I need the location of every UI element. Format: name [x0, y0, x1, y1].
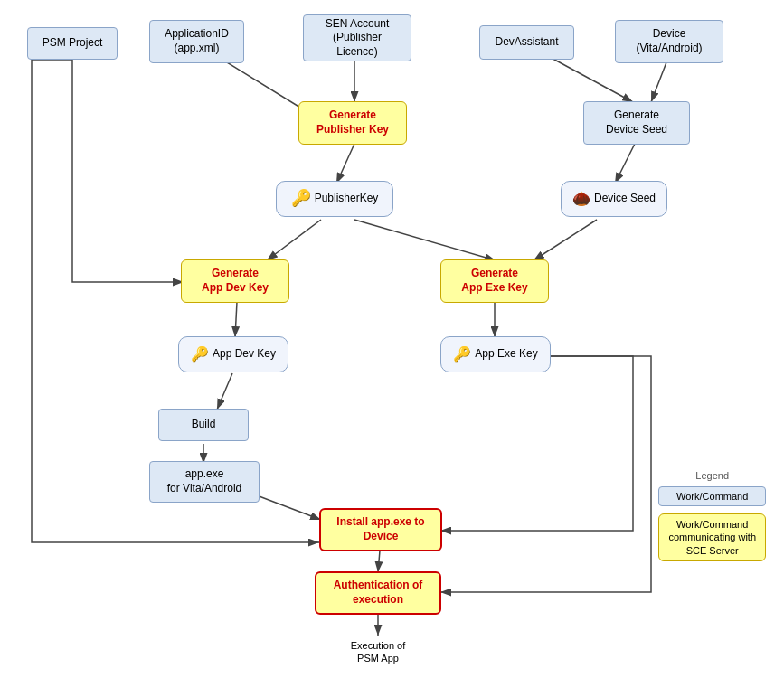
dev-assistant-node: DevAssistant — [479, 25, 574, 60]
dev-assistant-label: DevAssistant — [495, 35, 558, 50]
publisher-key-node: 🔑 PublisherKey — [276, 181, 393, 217]
device-seed-node: 🌰 Device Seed — [561, 181, 667, 217]
gen-publisher-key-label: GeneratePublisher Key — [316, 108, 389, 137]
app-xml-node: ApplicationID(app.xml) — [149, 20, 244, 63]
psm-project-node: PSM Project — [27, 27, 118, 60]
build-label: Build — [192, 418, 216, 432]
install-node: Install app.exe toDevice — [319, 508, 442, 551]
svg-line-6 — [615, 144, 635, 184]
device-label: Device(Vita/Android) — [636, 27, 702, 55]
app-xml-label: ApplicationID(app.xml) — [165, 27, 229, 55]
svg-line-15 — [378, 551, 380, 572]
app-dev-key-node: 🔑 App Dev Key — [178, 336, 288, 372]
publisher-key-label: PublisherKey — [315, 192, 379, 206]
svg-line-8 — [354, 220, 496, 260]
gen-device-seed-node: GenerateDevice Seed — [583, 101, 690, 145]
svg-line-10 — [235, 302, 237, 337]
seed-icon: 🌰 — [572, 190, 590, 209]
app-exe-label: app.exefor Vita/Android — [167, 467, 242, 495]
auth-node: Authentication ofexecution — [315, 571, 441, 615]
app-exe-key-label: App Exe Key — [475, 347, 537, 362]
sen-account-label: SEN Account(Publisher Licence) — [311, 17, 403, 60]
svg-line-7 — [267, 220, 321, 260]
legend-work-command: Work/Command — [658, 486, 766, 506]
app-exe-node: app.exefor Vita/Android — [149, 461, 260, 503]
legend-work-command-sce: Work/Commandcommunicating withSCE Server — [658, 513, 766, 561]
gen-app-dev-key-label: GenerateApp Dev Key — [202, 267, 269, 295]
gen-app-dev-key-node: GenerateApp Dev Key — [181, 259, 289, 303]
svg-line-12 — [217, 373, 232, 410]
psm-project-label: PSM Project — [43, 36, 103, 51]
auth-label: Authentication ofexecution — [334, 579, 423, 607]
key-icon: 🔑 — [291, 188, 311, 209]
app-exe-key-icon: 🔑 — [453, 345, 471, 364]
build-node: Build — [158, 409, 249, 441]
gen-publisher-key-node: GeneratePublisher Key — [298, 101, 407, 145]
exec-node: Execution ofPSM App — [324, 636, 432, 668]
legend: Legend Work/Command Work/Commandcommunic… — [658, 470, 766, 561]
device-seed-label: Device Seed — [594, 192, 656, 206]
app-dev-key-label: App Dev Key — [213, 347, 276, 362]
svg-line-5 — [336, 144, 354, 184]
sen-account-node: SEN Account(Publisher Licence) — [303, 14, 411, 61]
app-dev-key-icon: 🔑 — [191, 345, 209, 364]
install-label: Install app.exe toDevice — [336, 515, 424, 543]
legend-title: Legend — [658, 470, 766, 481]
gen-app-exe-key-node: GenerateApp Exe Key — [440, 259, 549, 303]
exec-label: Execution ofPSM App — [351, 639, 406, 665]
diagram-container: PSM Project ApplicationID(app.xml) SEN A… — [0, 0, 784, 678]
gen-app-exe-key-label: GenerateApp Exe Key — [461, 267, 527, 295]
app-exe-key-node: 🔑 App Exe Key — [440, 336, 551, 372]
svg-line-9 — [534, 220, 597, 260]
gen-device-seed-label: GenerateDevice Seed — [606, 108, 667, 137]
svg-line-4 — [651, 62, 666, 102]
device-node: Device(Vita/Android) — [615, 20, 723, 63]
